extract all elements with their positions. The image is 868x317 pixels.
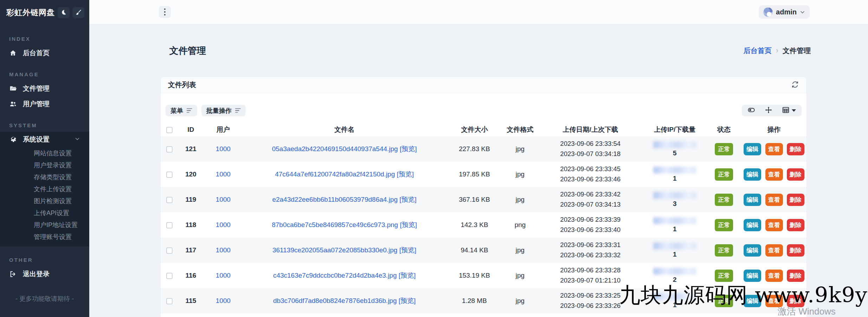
preview-link[interactable]: [预览] xyxy=(399,246,416,254)
table-layout-dropdown[interactable] xyxy=(782,106,796,115)
select-all-checkbox[interactable] xyxy=(166,127,173,133)
sidebar-subitem[interactable]: 网站信息设置 xyxy=(0,147,89,159)
brush-icon xyxy=(75,9,82,17)
avatar xyxy=(763,7,773,17)
card-header: 文件列表 xyxy=(161,77,807,93)
theme-brush-button[interactable] xyxy=(72,7,84,18)
breadcrumb-home-link[interactable]: 后台首页 xyxy=(744,46,772,56)
row-checkbox[interactable] xyxy=(166,197,173,203)
sidebar-item-home[interactable]: 后台首页 xyxy=(0,45,89,61)
sidebar-subitem[interactable]: 图片检测设置 xyxy=(0,195,89,207)
row-checkbox[interactable] xyxy=(166,172,173,178)
folder-icon xyxy=(9,85,17,92)
sidebar-subitem[interactable]: 存储类型设置 xyxy=(0,171,89,183)
edit-button[interactable]: 编辑 xyxy=(744,219,761,231)
row-checkbox[interactable] xyxy=(166,247,173,254)
file-size: 367.16 KB xyxy=(459,196,490,203)
preview-link[interactable]: [预览] xyxy=(400,196,417,203)
sidebar-item-system-settings[interactable]: 系统设置 xyxy=(0,132,89,147)
table-row: 119 1000 e2a43d22ee6bb6b11b06053979d86a4… xyxy=(161,187,807,212)
view-button[interactable]: 查看 xyxy=(765,194,783,206)
users-icon xyxy=(9,100,17,108)
view-button[interactable]: 查看 xyxy=(765,143,783,155)
file-size: 142.3 KB xyxy=(461,221,488,228)
toggle-columns-button[interactable] xyxy=(747,106,755,115)
user-link[interactable]: 1000 xyxy=(216,145,231,153)
app-logo: 彩虹外链网盘 xyxy=(6,7,55,18)
user-link[interactable]: 1000 xyxy=(216,246,231,254)
breadcrumb: 后台首页 › 文件管理 xyxy=(744,46,811,56)
file-link[interactable]: 05a3aeda2b4220469150d440937a544.jpg [预览] xyxy=(272,145,417,153)
move-icon xyxy=(765,106,772,115)
sidebar-subitem[interactable]: 文件上传设置 xyxy=(0,183,89,195)
file-name: e2a43d22ee6bb6b11b06053979d86a4.jpg xyxy=(272,196,398,203)
refresh-button[interactable] xyxy=(791,80,799,90)
upload-date: 2023-09-06 23:33:42 xyxy=(538,189,643,200)
row-checkbox[interactable] xyxy=(166,298,173,304)
preview-link[interactable]: [预览] xyxy=(397,170,414,178)
preview-link[interactable]: [预览] xyxy=(399,297,416,304)
last-download-date: 2023-09-07 03:34:13 xyxy=(538,200,643,210)
status-badge: 正常 xyxy=(715,244,733,257)
delete-button[interactable]: 删除 xyxy=(787,194,804,206)
upload-date: 2023-09-06 23:33:45 xyxy=(538,164,643,174)
file-link[interactable]: 87b0ca6be7c5be8469857ce49c6c973.png [预览] xyxy=(272,221,417,228)
batch-actions-button[interactable]: 批量操作 xyxy=(201,105,246,116)
view-button[interactable]: 查看 xyxy=(765,219,783,231)
view-button[interactable]: 查看 xyxy=(765,244,783,257)
row-checkbox[interactable] xyxy=(166,146,173,153)
file-link[interactable]: c43c163e7c9ddccbc0be72d4d2ba4e3.jpg [预览] xyxy=(273,272,416,279)
table-toolbar: 菜单 批量操作 xyxy=(161,105,807,116)
user-link[interactable]: 1000 xyxy=(216,221,231,228)
delete-button[interactable]: 删除 xyxy=(787,143,804,155)
user-link[interactable]: 1000 xyxy=(216,170,231,178)
preview-link[interactable]: [预览] xyxy=(400,145,417,153)
sidebar-item-user-manage[interactable]: 用户管理 xyxy=(0,96,89,112)
download-count: 1 xyxy=(643,225,706,233)
sidebar-subitem[interactable]: 用户IP地址设置 xyxy=(0,219,89,231)
sidebar-subitem[interactable]: 上传API设置 xyxy=(0,207,89,219)
drag-reorder-button[interactable] xyxy=(765,106,772,115)
file-id: 120 xyxy=(185,170,196,178)
edit-button[interactable]: 编辑 xyxy=(744,168,761,181)
sidebar-item-file-manage[interactable]: 文件管理 xyxy=(0,81,89,96)
menu-button-label: 菜单 xyxy=(170,106,183,115)
file-link[interactable]: 361139ce202055aa072e2085bb330e0.jpg [预览] xyxy=(272,246,416,254)
file-link[interactable]: 47c644a7ef61200742fa80a2f42150d.jpg [预览] xyxy=(275,170,414,178)
sidebar-subitem[interactable]: 管理账号设置 xyxy=(0,231,89,243)
file-link[interactable]: db3c706df7ad8e0b824e7876eb1d36b.jpg [预览] xyxy=(273,297,416,304)
filter-lines-icon xyxy=(235,108,241,113)
menu-button[interactable]: 菜单 xyxy=(166,105,197,116)
sidebar-item-label: 退出登录 xyxy=(23,270,50,279)
preview-link[interactable]: [预览] xyxy=(400,221,417,228)
page-header: 文件管理 后台首页 › 文件管理 xyxy=(89,24,868,77)
edit-button[interactable]: 编辑 xyxy=(744,270,761,282)
preview-link[interactable]: [预览] xyxy=(399,272,416,279)
delete-button[interactable]: 删除 xyxy=(787,244,804,257)
file-link[interactable]: e2a43d22ee6bb6b11b06053979d86a4.jpg [预览] xyxy=(272,196,417,203)
row-checkbox[interactable] xyxy=(166,273,173,279)
delete-button[interactable]: 删除 xyxy=(787,219,804,231)
delete-button[interactable]: 删除 xyxy=(787,168,804,181)
user-link[interactable]: 1000 xyxy=(216,297,231,304)
sidebar-subitem[interactable]: 用户登录设置 xyxy=(0,159,89,171)
col-header-size: 文件大小 xyxy=(446,123,503,136)
more-menu-button[interactable] xyxy=(159,6,171,18)
edit-button[interactable]: 编辑 xyxy=(744,244,761,257)
upload-date: 2023-09-06 23:33:54 xyxy=(538,139,643,149)
user-link[interactable]: 1000 xyxy=(216,196,231,203)
sidebar-item-logout[interactable]: 退出登录 xyxy=(0,266,89,282)
dark-mode-button[interactable] xyxy=(58,7,70,18)
last-download-date: 2023-09-06 23:33:46 xyxy=(538,174,643,185)
row-checkbox[interactable] xyxy=(166,222,173,228)
view-button[interactable]: 查看 xyxy=(765,270,783,282)
view-button[interactable]: 查看 xyxy=(765,168,783,181)
edit-button[interactable]: 编辑 xyxy=(744,194,761,206)
download-count: 5 xyxy=(643,149,706,157)
user-menu[interactable]: admin xyxy=(759,5,810,19)
file-id: 117 xyxy=(186,246,196,254)
upload-ip-redacted xyxy=(653,192,696,199)
user-link[interactable]: 1000 xyxy=(216,272,231,279)
delete-button[interactable]: 删除 xyxy=(787,270,804,282)
edit-button[interactable]: 编辑 xyxy=(744,143,761,155)
